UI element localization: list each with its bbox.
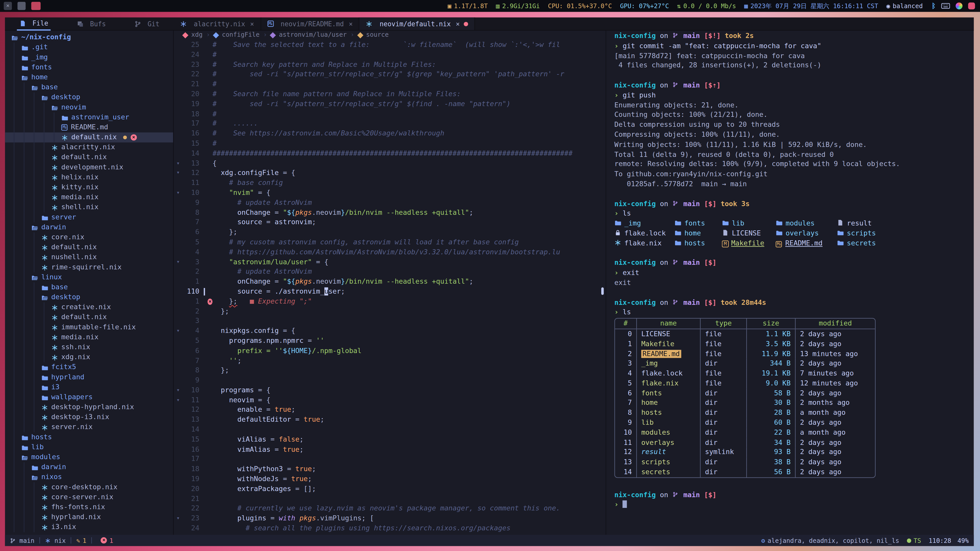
close-icon[interactable]: × [349, 20, 353, 27]
tree-item-linux[interactable]: linux [5, 272, 173, 283]
git-changes-segment[interactable]: ✎1 [76, 537, 86, 544]
tree-item-core-server.nix[interactable]: core-server.nix [5, 492, 173, 502]
window-button-1[interactable]: × [4, 2, 12, 10]
tree-item-lib[interactable]: lib [5, 442, 173, 452]
tree-item-default.nix[interactable]: default.nix [5, 312, 173, 322]
tree-item-i3[interactable]: i3 [5, 383, 173, 392]
code-line[interactable]: ▾12 xdg.configFile = { [174, 168, 605, 178]
tree-item-desktop[interactable]: desktop [5, 292, 173, 302]
tree-item-shell.nix[interactable]: shell.nix [5, 202, 173, 212]
code-line[interactable]: 3 [174, 316, 605, 326]
scrollbar-thumb[interactable] [601, 287, 604, 295]
breadcrumb-item[interactable]: xdg [191, 30, 202, 40]
code-line[interactable]: 5 # my cusotm astronvim config, astronvi… [174, 237, 605, 247]
keyboard-icon[interactable] [941, 3, 950, 9]
window-button-2[interactable] [18, 2, 26, 10]
code-line[interactable]: 20 extraPackages = []; [174, 484, 605, 494]
code-line[interactable]: 7 ''; [174, 356, 605, 366]
fold-marker[interactable]: ▾ [174, 257, 182, 267]
tree-item-media.nix[interactable]: media.nix [5, 192, 173, 202]
tree-item-creative.nix[interactable]: creative.nix [5, 302, 173, 312]
tree-item-immutable-file.nix[interactable]: immutable-file.nix [5, 322, 173, 332]
code-line[interactable]: 19# sed -ri "s/pattern_str/replace_str/g… [174, 99, 605, 109]
code-line[interactable]: ▾4 nixpkgs.config = { [174, 326, 605, 336]
fold-marker[interactable]: ▾ [174, 395, 182, 405]
fold-marker[interactable]: ▾ [174, 326, 182, 336]
code-line[interactable]: ▾3 "astronvim/lua/user" = { [174, 257, 605, 267]
code-line[interactable]: 2 }; [174, 306, 605, 316]
tree-item-fcitx5[interactable]: fcitx5 [5, 362, 173, 372]
code-line[interactable]: 9 # update AstroNvim [174, 198, 605, 208]
fold-marker[interactable]: ▾ [174, 168, 182, 178]
tree-item-core.nix[interactable]: core.nix [5, 232, 173, 242]
code-line[interactable]: 15 viAlias = false; [174, 435, 605, 445]
code-line[interactable]: 24# [174, 50, 605, 60]
code-line[interactable]: 5 programs.npm.npmrc = '' [174, 336, 605, 346]
code-line[interactable]: 22# sed -ri "s/pattern_str/replace_str/g… [174, 70, 605, 79]
bluetooth-icon[interactable]: ᛒ [932, 2, 935, 10]
tree-item-kitty.nix[interactable]: kitty.nix [5, 183, 173, 192]
tree-item-desktop[interactable]: desktop [5, 92, 173, 102]
code-line[interactable]: 24 # search all the plugins using https:… [174, 524, 605, 534]
breadcrumb-item[interactable]: configFile [222, 30, 259, 40]
buffer-tab-default-nix[interactable]: neovim/default.nix× [360, 17, 475, 30]
tree-item-base[interactable]: base [5, 83, 173, 92]
terminal-prompt[interactable]: › [614, 500, 974, 510]
code-line[interactable]: 23# Search key pattern and Replace in Mu… [174, 60, 605, 70]
code-area[interactable]: 25# Save the selected text to a file: `:… [174, 40, 605, 534]
code-line[interactable]: ▾10 "nvim" = { [174, 188, 605, 198]
code-line[interactable]: 1 onChange = "${pkgs.neovim}/bin/nvim --… [174, 277, 605, 287]
tree-item-neovim[interactable]: neovim [5, 103, 173, 113]
code-line[interactable]: 6 prefix = ''${HOME}/.npm-global [174, 346, 605, 356]
tray-app-icon[interactable] [968, 3, 975, 10]
tab-git[interactable]: Git [132, 17, 162, 30]
terminal-pane[interactable]: nix-config on main [$!] took 2s› git com… [606, 30, 974, 535]
close-icon[interactable]: × [250, 20, 254, 27]
tree-item-desktop-i3.nix[interactable]: desktop-i3.nix [5, 412, 173, 422]
tree-item-i3.nix[interactable]: i3.nix [5, 522, 173, 532]
tree-item-default.nix[interactable]: default.nix× [5, 132, 173, 142]
tree-item-README.md[interactable]: M↓README.md [5, 122, 173, 132]
color-picker-icon[interactable] [956, 3, 963, 10]
power-profile[interactable]: ◉balanced [886, 3, 923, 10]
tree-item-alacritty.nix[interactable]: alacritty.nix [5, 142, 173, 152]
code-line[interactable]: 4 # https://github.com/AstroNvim/AstroNv… [174, 247, 605, 257]
code-line[interactable]: 21 [174, 494, 605, 504]
tree-item-default.nix[interactable]: default.nix [5, 152, 173, 162]
tree-item-_img[interactable]: _img [5, 52, 173, 62]
tab-bufs[interactable]: Bufs [74, 17, 108, 30]
tree-item-nushell.nix[interactable]: nushell.nix [5, 252, 173, 262]
tree-item-base[interactable]: base [5, 283, 173, 292]
code-line[interactable]: 110 source = ./astronvim_user; [174, 287, 605, 297]
code-line[interactable]: 16 vimAlias = true; [174, 445, 605, 454]
code-line[interactable]: 18# [174, 109, 605, 119]
code-line[interactable]: 1× }; ■ Expecting ";" [174, 297, 605, 306]
tree-item-hosts[interactable]: hosts [5, 432, 173, 442]
tree-item-hyprland[interactable]: hyprland [5, 372, 173, 383]
close-icon[interactable]: × [456, 20, 460, 27]
code-line[interactable]: 7 source = astronvim; [174, 218, 605, 227]
tab-file[interactable]: File [17, 17, 51, 30]
diagnostics-errors-segment[interactable]: ×1 [97, 537, 113, 544]
code-line[interactable]: 17# ...... [174, 119, 605, 129]
code-line[interactable]: 8 }; [174, 365, 605, 375]
fold-marker[interactable]: ▾ [174, 386, 182, 395]
breadcrumb-item[interactable]: astronvim/lua/user [279, 30, 347, 40]
code-line[interactable]: 11 # base config [174, 178, 605, 188]
window-button-urgent[interactable] [31, 2, 41, 10]
code-line[interactable]: ▾23 plugins = with pkgs.vimPlugins; [ [174, 514, 605, 524]
tree-item-nixos[interactable]: nixos [5, 472, 173, 482]
code-line[interactable]: 2 # update AstroNvim [174, 267, 605, 277]
tree-item-.git[interactable]: .git [5, 43, 173, 52]
tree-item-development.nix[interactable]: development.nix [5, 162, 173, 172]
code-line[interactable]: 16# See https://astronvim.com/Basic%20Us… [174, 129, 605, 139]
code-line[interactable]: 8 onChange = "${pkgs.neovim}/bin/nvim --… [174, 208, 605, 218]
buffer-tab-alacritty[interactable]: alacritty.nix× [174, 17, 261, 30]
code-line[interactable]: 20# Search file name pattern and Replace… [174, 89, 605, 99]
tree-item-core-desktop.nix[interactable]: core-desktop.nix [5, 483, 173, 492]
tree-item-~/nix-config[interactable]: ~/nix-config [5, 32, 173, 42]
tree-item-server.nix[interactable]: server.nix [5, 422, 173, 432]
code-line[interactable]: ▾11 neovim = { [174, 395, 605, 405]
buffer-tab-readme[interactable]: M↓ neovim/README.md× [261, 17, 360, 30]
tree-item-astronvim_user[interactable]: astronvim_user [5, 113, 173, 122]
